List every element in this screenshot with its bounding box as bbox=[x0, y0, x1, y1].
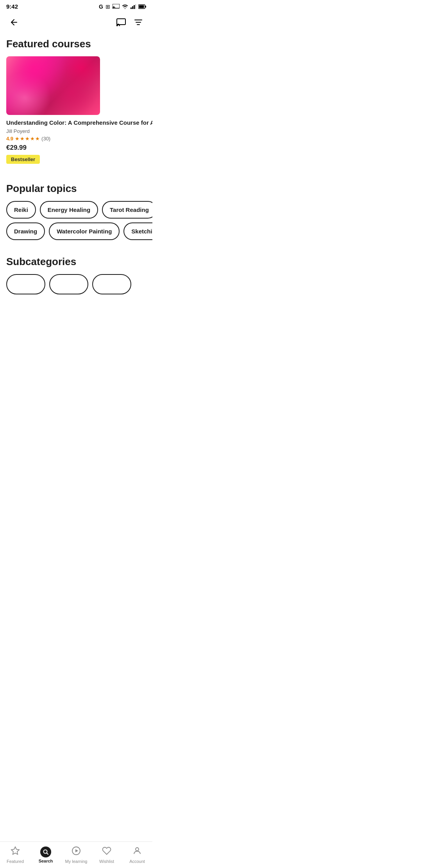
status-bar: 9:42 G ⊞ bbox=[0, 0, 152, 11]
topics-row-1: Reiki Energy Healing Tarot Reading P... bbox=[0, 201, 152, 219]
popular-topics-title: Popular topics bbox=[6, 183, 146, 195]
course-badge-1: Bestseller bbox=[6, 155, 40, 164]
cast-button[interactable] bbox=[113, 14, 129, 30]
top-right-actions bbox=[113, 14, 146, 30]
svg-rect-7 bbox=[145, 5, 147, 7]
umbrellas-image bbox=[6, 56, 100, 115]
google-icon: G bbox=[99, 4, 103, 10]
topic-watercolor-painting[interactable]: Watercolor Painting bbox=[49, 222, 120, 240]
svg-rect-4 bbox=[134, 5, 135, 9]
course-image-1 bbox=[6, 56, 100, 115]
featured-courses-section: Featured courses Understanding Color: A … bbox=[6, 38, 146, 167]
top-bar bbox=[0, 11, 152, 35]
subcategories-section: Subcategories bbox=[6, 256, 146, 298]
topic-drawing[interactable]: Drawing bbox=[6, 222, 45, 240]
star-2: ★ bbox=[20, 136, 25, 142]
star-3: ★ bbox=[25, 136, 30, 142]
course-price-1: €29.99 bbox=[6, 144, 152, 152]
rating-number-1: 4.9 bbox=[6, 136, 13, 142]
status-time: 9:42 bbox=[6, 3, 18, 10]
popular-topics-section: Popular topics Reiki Energy Healing Taro… bbox=[6, 183, 146, 240]
review-count-1: (30) bbox=[41, 136, 50, 142]
course-title-1: Understanding Color: A Comprehensive Cou… bbox=[6, 119, 152, 127]
subcategories-title: Subcategories bbox=[6, 256, 146, 268]
topic-energy-healing[interactable]: Energy Healing bbox=[40, 201, 98, 219]
course-author-1: Jill Poyerd bbox=[6, 128, 152, 134]
topic-sketching[interactable]: Sketching bbox=[123, 222, 152, 240]
subcat-chip-1[interactable] bbox=[6, 274, 45, 294]
star-4: ★ bbox=[30, 136, 35, 142]
star-5: ★ bbox=[35, 136, 40, 142]
svg-rect-2 bbox=[131, 7, 132, 9]
svg-rect-3 bbox=[132, 6, 133, 9]
svg-point-10 bbox=[116, 25, 118, 27]
topic-reiki[interactable]: Reiki bbox=[6, 201, 36, 219]
topic-tarot-reading[interactable]: Tarot Reading bbox=[102, 201, 152, 219]
status-icons: G ⊞ bbox=[99, 4, 146, 10]
wifi-icon bbox=[122, 4, 128, 9]
signal-icon bbox=[131, 4, 136, 9]
box-icon: ⊞ bbox=[106, 4, 110, 10]
cast-icon bbox=[113, 4, 120, 9]
back-button[interactable] bbox=[6, 14, 22, 30]
battery-icon bbox=[138, 4, 146, 9]
topics-row-2: Drawing Watercolor Painting Sketching bbox=[0, 222, 152, 240]
star-1: ★ bbox=[15, 136, 20, 142]
subcat-chip-3[interactable] bbox=[92, 274, 131, 294]
svg-rect-5 bbox=[135, 4, 136, 9]
svg-rect-8 bbox=[139, 5, 144, 8]
course-card-1[interactable]: Understanding Color: A Comprehensive Cou… bbox=[6, 56, 152, 164]
course-rating-1: 4.9 ★ ★ ★ ★ ★ (30) bbox=[6, 136, 152, 142]
subcat-chip-2[interactable] bbox=[49, 274, 88, 294]
subcategories-row bbox=[0, 274, 152, 298]
filter-button[interactable] bbox=[131, 14, 146, 30]
main-content: Featured courses Understanding Color: A … bbox=[0, 38, 152, 329]
courses-scroll[interactable]: Understanding Color: A Comprehensive Cou… bbox=[0, 56, 152, 167]
stars-1: ★ ★ ★ ★ ★ bbox=[15, 136, 40, 142]
featured-courses-title: Featured courses bbox=[6, 38, 146, 50]
